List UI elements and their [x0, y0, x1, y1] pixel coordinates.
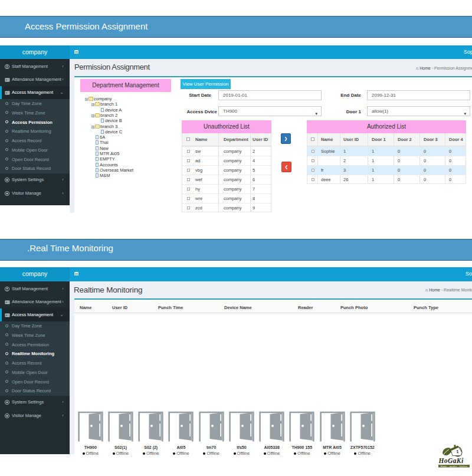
svg-text:Home - garden - kitchen: Home - garden - kitchen — [441, 465, 467, 468]
svg-text:HoGaKi: HoGaKi — [438, 457, 464, 464]
